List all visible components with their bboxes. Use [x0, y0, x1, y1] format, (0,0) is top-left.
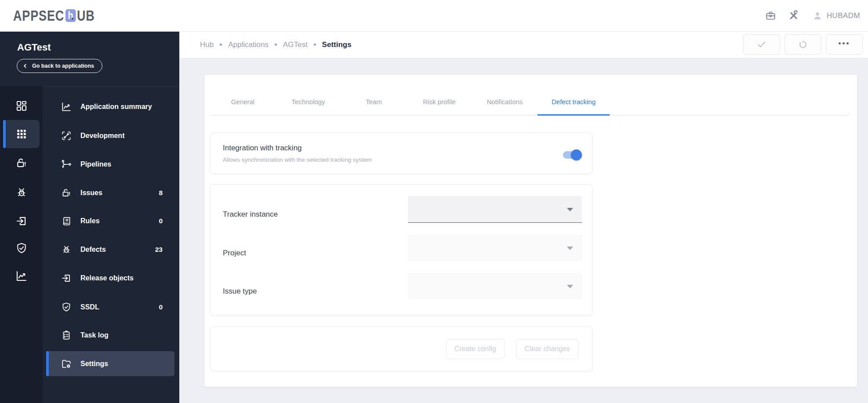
- tracker-instance-select[interactable]: [408, 196, 582, 223]
- dev-branch-icon: [61, 130, 72, 142]
- create-config-button[interactable]: Create config: [446, 339, 505, 359]
- shield-check-icon: [61, 301, 72, 313]
- sidebar-item-rules[interactable]: Rules 0: [46, 208, 174, 233]
- integration-toggle[interactable]: [563, 151, 581, 159]
- rail-exit-to-app-icon[interactable]: [3, 207, 40, 235]
- lock-open-alert-icon: [61, 187, 72, 199]
- rules-count-badge: 0: [159, 217, 163, 225]
- rules-scroll-icon: [61, 215, 72, 227]
- appsechub-logo[interactable]: APPSEC h UB: [13, 0, 95, 31]
- app-name: AGTest: [17, 42, 51, 53]
- project-select[interactable]: [408, 235, 582, 261]
- actions-card: Create config Clear changes: [210, 327, 592, 371]
- breadcrumb-agtest[interactable]: AGTest: [283, 40, 308, 49]
- main-area: Hub Applications AGTest Settings •••: [179, 31, 868, 403]
- breadcrumb-applications[interactable]: Applications: [228, 40, 269, 49]
- chevron-left-icon: [22, 63, 28, 69]
- tab-team[interactable]: Team: [341, 75, 407, 115]
- logo-h-tile: h: [65, 9, 76, 22]
- apply-button[interactable]: [743, 34, 780, 54]
- defects-count-badge: 23: [155, 246, 163, 254]
- sidebar-item-settings[interactable]: Settings: [46, 351, 174, 376]
- tab-defect-tracking[interactable]: Defect tracking: [538, 75, 610, 115]
- integration-card: Integration with tracking Allows synchro…: [210, 133, 592, 174]
- tab-general[interactable]: General: [210, 75, 276, 115]
- breadcrumb-settings-current: Settings: [322, 40, 352, 49]
- exit-to-app-icon: [61, 272, 72, 284]
- sidebar-menu: Application summary Development: [43, 86, 179, 403]
- tab-risk-profile[interactable]: Risk profile: [407, 75, 472, 115]
- sidebar: AGTest Go back to applications: [0, 31, 179, 403]
- sidebar-item-task-log[interactable]: Task log: [46, 323, 174, 348]
- sidebar-item-pipelines[interactable]: Pipelines: [46, 152, 174, 177]
- undo-icon: [797, 39, 809, 50]
- settings-tabs: General Technology Team Risk profile Not…: [210, 75, 849, 116]
- issue-type-label: Issue type: [223, 287, 257, 296]
- logo-text-suffix: UB: [77, 7, 95, 24]
- tab-technology[interactable]: Technology: [276, 75, 341, 115]
- issue-type-select[interactable]: [408, 273, 582, 299]
- rail-line-chart-icon[interactable]: [3, 262, 40, 290]
- pipeline-split-icon: [61, 159, 72, 170]
- project-label: Project: [223, 249, 246, 258]
- rail-bug-icon[interactable]: [3, 178, 40, 207]
- task-log-icon: [61, 330, 72, 341]
- go-back-button[interactable]: Go back to applications: [17, 59, 102, 73]
- topbar: Hub Applications AGTest Settings •••: [179, 31, 868, 58]
- settings-panel: General Technology Team Risk profile Not…: [204, 75, 857, 387]
- integration-description: Allows synchronization with the selected…: [223, 156, 371, 163]
- line-chart-icon: [61, 101, 72, 113]
- sidebar-item-release-objects[interactable]: Release objects: [46, 265, 174, 290]
- user-menu[interactable]: HUBADM: [812, 0, 860, 31]
- ssdl-count-badge: 0: [159, 303, 163, 311]
- reset-button[interactable]: [784, 34, 821, 54]
- sidebar-item-development[interactable]: Development: [46, 123, 174, 148]
- logo-text-prefix: APPSEC: [13, 7, 64, 24]
- toolbar-actions: •••: [743, 34, 863, 54]
- breadcrumb-separator-dot: [314, 44, 316, 46]
- dropdown-caret-icon: [567, 285, 573, 288]
- more-actions-button[interactable]: •••: [826, 34, 863, 54]
- breadcrumb-separator-dot: [220, 44, 222, 46]
- rail-apps-grid-icon[interactable]: [3, 120, 40, 148]
- tools-icon[interactable]: [788, 10, 799, 22]
- briefcase-icon[interactable]: [765, 10, 777, 22]
- integration-title: Integration with tracking: [223, 144, 302, 152]
- folder-gear-icon: [61, 358, 72, 370]
- rail-shield-check-icon[interactable]: [3, 234, 40, 262]
- app-header: APPSEC h UB HUBADM: [0, 0, 868, 32]
- user-icon: [812, 11, 823, 21]
- breadcrumb-separator-dot: [275, 44, 277, 46]
- sidebar-item-ssdl[interactable]: SSDL 0: [46, 294, 174, 319]
- sidebar-item-issues[interactable]: Issues 8: [46, 180, 174, 205]
- breadcrumb: Hub Applications AGTest Settings: [200, 31, 352, 58]
- username-label: HUBADM: [827, 11, 860, 20]
- sidebar-app-block: AGTest Go back to applications: [0, 31, 179, 87]
- sidebar-item-defects[interactable]: Defects 23: [46, 237, 174, 262]
- breadcrumb-hub[interactable]: Hub: [200, 40, 214, 49]
- dropdown-caret-icon: [567, 247, 573, 250]
- sidebar-item-application-summary[interactable]: Application summary: [46, 94, 174, 119]
- tracker-instance-label: Tracker instance: [223, 210, 278, 219]
- rail-lock-open-alert-icon[interactable]: [3, 149, 40, 177]
- ellipsis-icon: •••: [839, 39, 850, 48]
- rail-dashboard-icon[interactable]: [3, 92, 40, 120]
- tracker-config-card: Tracker instance Project Issue type: [210, 184, 592, 316]
- check-icon: [756, 39, 767, 50]
- icon-rail: [0, 86, 43, 403]
- tab-notifications[interactable]: Notifications: [472, 75, 538, 115]
- toggle-knob: [571, 149, 582, 160]
- bug-icon: [61, 244, 72, 255]
- clear-changes-button[interactable]: Clear changes: [516, 339, 578, 359]
- dropdown-caret-icon: [567, 208, 573, 211]
- issues-count-badge: 8: [159, 189, 163, 197]
